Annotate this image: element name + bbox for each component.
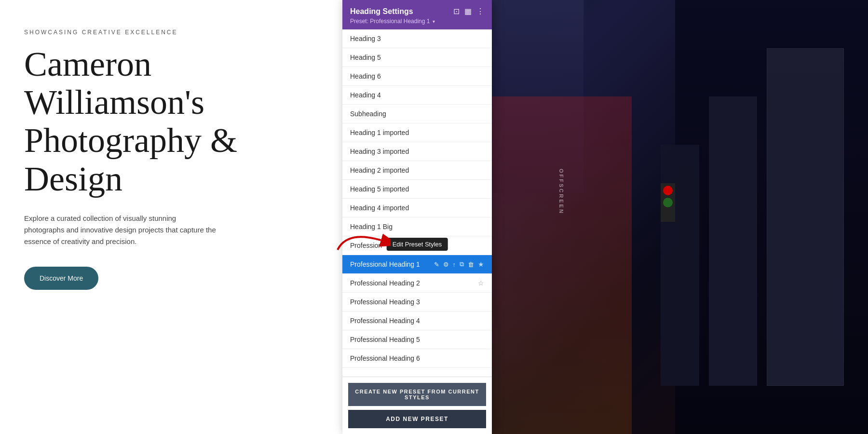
panel-header-icons: ⊡ ▦ ⋮ <box>453 7 484 16</box>
preset-dropdown-arrow[interactable]: ▾ <box>433 19 435 24</box>
preset-item-label: Subheading <box>350 110 386 118</box>
pencil-icon[interactable]: ✎ <box>434 261 439 268</box>
panel-header: Heading Settings ⊡ ▦ ⋮ Preset: Professio… <box>342 0 492 29</box>
preset-label: Preset: Professional Heading 1 <box>350 18 430 25</box>
active-item-icons: ✎ ⚙ ↑ ⧉ 🗑 ★ <box>434 260 485 268</box>
panel-title: Heading Settings <box>350 7 413 16</box>
preset-item-label: Profession <box>350 242 382 249</box>
preset-item-label: Heading 3 imported <box>350 148 409 155</box>
preset-item-heading2imported[interactable]: Heading 2 imported <box>342 161 492 180</box>
preset-item-professional6[interactable]: Professional Heading 6 <box>342 349 492 368</box>
preset-item-label: Heading 1 imported <box>350 129 409 136</box>
more-options-icon[interactable]: ⋮ <box>476 7 484 16</box>
preset-item-professional5[interactable]: Professional Heading 5 <box>342 330 492 349</box>
left-content: SHOWCASING CREATIVE EXCELLENCE Cameron W… <box>0 0 342 434</box>
duplicate-icon[interactable]: ⧉ <box>460 260 464 268</box>
building-2 <box>709 96 757 386</box>
preset-item-heading4[interactable]: Heading 4 <box>342 86 492 105</box>
preset-item-label: Professional Heading 3 <box>350 298 420 306</box>
preset-item-heading1imported[interactable]: Heading 1 imported <box>342 123 492 142</box>
preset-item-label: Heading 4 imported <box>350 204 409 212</box>
preset-item-label: Heading 4 <box>350 91 381 99</box>
main-heading: Cameron Williamson's Photography & Desig… <box>24 45 318 198</box>
traffic-light-red <box>663 186 673 195</box>
description-text: Explore a curated collection of visually… <box>24 213 217 247</box>
preset-item-label: Heading 5 imported <box>350 185 409 193</box>
preset-item-label: Professional Heading 5 <box>350 336 420 343</box>
preset-item-label: Heading 1 Big <box>350 223 393 231</box>
preset-item-professional2[interactable]: Professional Heading 2 ☆ <box>342 274 492 293</box>
preset-item-label: Heading 5 <box>350 54 381 61</box>
resize-icon[interactable]: ⊡ <box>453 7 460 16</box>
add-preset-button[interactable]: ADD NEW PRESET <box>348 410 486 428</box>
preset-item-professional3[interactable]: Professional Heading 3 <box>342 293 492 312</box>
traffic-light-green <box>663 198 673 207</box>
preset-item-label: Professional Heading 2 <box>350 279 420 287</box>
preset-item-heading5[interactable]: Heading 5 <box>342 48 492 67</box>
preset-item-professional1[interactable]: Edit Preset Styles Professional Heading … <box>342 255 492 274</box>
preset-item-label: Heading 3 <box>350 35 381 42</box>
settings-icon[interactable]: ⚙ <box>443 261 449 268</box>
building-1 <box>767 48 844 386</box>
offscreen-label: Offscreen <box>558 169 564 215</box>
preset-item-heading5imported[interactable]: Heading 5 imported <box>342 180 492 199</box>
panel-footer: CREATE NEW PRESET FROM CURRENT STYLES AD… <box>342 377 492 434</box>
preset-item-heading6[interactable]: Heading 6 <box>342 67 492 86</box>
create-preset-button[interactable]: CREATE NEW PRESET FROM CURRENT STYLES <box>348 383 486 406</box>
star-icon-inactive[interactable]: ☆ <box>478 279 484 287</box>
showcasing-label: SHOWCASING CREATIVE EXCELLENCE <box>24 29 318 36</box>
preset-bar[interactable]: Preset: Professional Heading 1 ▾ <box>350 18 484 25</box>
preset-item-profession[interactable]: Profession <box>342 236 492 255</box>
preset-item-label-active: Professional Heading 1 <box>350 260 420 268</box>
preset-item-subheading[interactable]: Subheading <box>342 105 492 123</box>
grid-icon[interactable]: ▦ <box>464 7 472 16</box>
heading-settings-panel: Heading Settings ⊡ ▦ ⋮ Preset: Professio… <box>342 0 492 434</box>
preset-item-label: Professional Heading 4 <box>350 317 420 325</box>
preset-item-heading1big[interactable]: Heading 1 Big <box>342 217 492 236</box>
star-icon-active[interactable]: ★ <box>478 260 484 268</box>
traffic-light-body <box>661 183 675 222</box>
preset-item-label: Professional Heading 6 <box>350 354 420 362</box>
preset-item-heading3[interactable]: Heading 3 <box>342 29 492 48</box>
preset-item-professional4[interactable]: Professional Heading 4 <box>342 312 492 330</box>
delete-icon[interactable]: 🗑 <box>468 261 474 268</box>
discover-more-button[interactable]: Discover More <box>24 267 98 290</box>
building-3 <box>661 145 699 386</box>
preset-item-label: Heading 6 <box>350 72 381 80</box>
preset-item-heading3imported[interactable]: Heading 3 imported <box>342 142 492 161</box>
preset-list[interactable]: Heading 3 Heading 5 Heading 6 Heading 4 … <box>342 29 492 377</box>
export-icon[interactable]: ↑ <box>453 261 456 268</box>
preset-item-heading4imported[interactable]: Heading 4 imported <box>342 199 492 217</box>
preset-item-label: Heading 2 imported <box>350 166 409 174</box>
